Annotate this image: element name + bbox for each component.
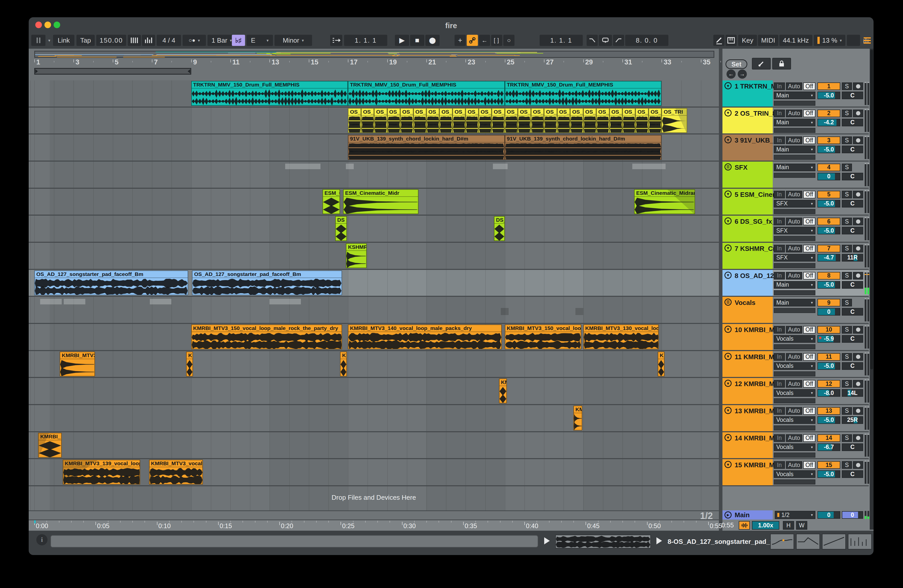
track-delay-field[interactable]	[774, 425, 815, 430]
volume-field[interactable]: -5.0	[817, 92, 840, 99]
audio-clip[interactable]: OS_T	[414, 108, 426, 133]
monitor-auto-button[interactable]: Auto	[786, 434, 802, 442]
volume-field[interactable]: -5.0	[817, 146, 840, 153]
audio-clip[interactable]: OS_T	[609, 108, 622, 133]
volume-field[interactable]: 0	[817, 173, 840, 180]
monitor-auto-button[interactable]: Auto	[786, 218, 802, 225]
monitor-off-button[interactable]: Off	[803, 407, 815, 415]
track-delay-field[interactable]	[774, 209, 815, 214]
beat-ruler[interactable]: 1357911131517192123252729313335	[29, 58, 719, 68]
track-color-block[interactable]: ▼1 TRKTRN_MM	[722, 80, 773, 107]
track-fold-icon[interactable]: ▼	[724, 136, 732, 143]
track-color-block[interactable]: ▼11 KMRBI_MT	[722, 351, 773, 377]
output-routing-menu[interactable]: Main▾	[774, 92, 815, 99]
monitor-off-button[interactable]: Off	[803, 434, 815, 442]
track-lane[interactable]: DSDS_	[29, 216, 719, 243]
track-fold-icon[interactable]: ▼	[724, 407, 732, 414]
track-lane[interactable]: KMRBI_MTV3_150_vocal_loop_male_rock_the_…	[29, 324, 719, 351]
audio-clip[interactable]: KMRBI_MTV3_	[60, 351, 95, 376]
track-arm-number[interactable]: 13	[817, 407, 840, 415]
menu-icon[interactable]	[863, 35, 872, 46]
audio-clip[interactable]: TRKTRN_MMV_150_Drum_Full_MEMPHIS	[505, 81, 662, 106]
monitor-in-button[interactable]: In	[774, 380, 785, 387]
device-thumbnail[interactable]	[770, 534, 794, 549]
audio-clip[interactable]: TRKTRN_MMV_150_Drum_Full_MEMPHIS	[348, 81, 505, 106]
monitor-auto-button[interactable]: Auto	[786, 191, 802, 198]
arrangement-overview[interactable]	[34, 51, 714, 58]
audio-clip[interactable]: OS_T	[479, 108, 492, 133]
track-arm-number[interactable]: 2	[817, 110, 840, 117]
monitor-off-button[interactable]: Off	[803, 218, 815, 225]
monitor-in-button[interactable]: In	[774, 218, 785, 225]
output-routing-menu[interactable]: SFX▾	[774, 200, 815, 207]
track-fold-icon[interactable]: ▼	[724, 217, 732, 224]
audio-clip[interactable]: OS_T	[387, 108, 400, 133]
solo-button[interactable]: S	[842, 272, 852, 279]
track-arm-number[interactable]: 6	[817, 218, 840, 225]
track-fold-icon[interactable]: ▼	[724, 82, 732, 89]
device-thumbnail[interactable]	[848, 534, 872, 549]
audio-clip[interactable]: OS_T	[348, 108, 361, 133]
audio-clip[interactable]: OS_AD_127_songstarter_pad_faceoff_Bm	[34, 270, 188, 295]
track-color-block[interactable]: ▼3 91V_UKB_139	[722, 135, 773, 161]
track-header[interactable]: ▼14 KMRBI_MTInAutoOffVocals▾14S-6.7C	[722, 432, 869, 459]
solo-button[interactable]: S	[842, 218, 852, 225]
loop-brace[interactable]	[34, 68, 191, 75]
pan-field[interactable]: C	[842, 335, 863, 343]
metronome-icon[interactable]	[142, 35, 155, 46]
back-to-arrangement-button[interactable]: ←	[479, 35, 490, 46]
pan-field[interactable]: C	[842, 119, 863, 126]
audio-clip[interactable]: OS_T	[622, 108, 636, 133]
audio-clip[interactable]: OS_T	[583, 108, 596, 133]
track-header[interactable]: ▼3 91V_UKB_139InAutoOffMain▾3S-5.0C	[722, 135, 869, 162]
audio-clip[interactable]: ESM_Cinematic_Midr	[343, 189, 418, 214]
audio-clip[interactable]: ESM_Cinematic_Midrang	[634, 189, 695, 214]
output-routing-menu[interactable]: SFX▾	[774, 254, 815, 262]
solo-button[interactable]: S	[842, 191, 852, 198]
play-button[interactable]: ▶	[395, 35, 409, 46]
track-color-block[interactable]: ▼13 KMRBI_MT	[722, 405, 773, 431]
cpu-load-meter[interactable]: 13 %▾	[814, 35, 845, 46]
device-thumbnail[interactable]	[796, 534, 820, 549]
track-header[interactable]: ▼11 KMRBI_MTInAutoOffVocals▾11S-5.0C	[722, 351, 869, 378]
track-color-block[interactable]: ▼2 OS_TRIN_808	[722, 108, 773, 134]
draw-mode-button[interactable]	[713, 35, 724, 46]
track-lane[interactable]: KSHMR	[29, 243, 719, 270]
pan-field[interactable]: C	[842, 308, 863, 315]
audio-clip[interactable]: KMRBI_MTV3_139_vocal_loop_	[63, 459, 140, 485]
output-routing-menu[interactable]: Vocals▾	[774, 416, 815, 424]
draw-region-icon[interactable]: [ ]	[491, 35, 502, 46]
track-lane[interactable]: TRKTRN_MMV_150_Drum_Full_MEMPHISTRKTRN_M…	[29, 80, 719, 108]
time-signature-field[interactable]: 4 / 4	[157, 35, 181, 46]
monitor-auto-button[interactable]: Auto	[786, 353, 802, 361]
main-track-color[interactable]: ▶ Main	[722, 510, 773, 519]
track-color-block[interactable]: ▼8 OS_AD_127_s	[722, 270, 773, 296]
track-header[interactable]: ▼2 OS_TRIN_808InAutoOffMain▾2S-4.2C	[722, 108, 869, 135]
track-delay-field[interactable]	[774, 101, 815, 106]
track-delay-field[interactable]	[774, 236, 815, 241]
track-header[interactable]: ▼10 KMRBI_MTInAutoOffVocals▾10S-5.9C	[722, 324, 869, 351]
track-lane[interactable]: KMRBI_MTV3_KKK	[29, 351, 719, 378]
track-arm-number[interactable]: 1	[817, 82, 840, 90]
volume-field[interactable]: -5.9	[817, 335, 840, 343]
audio-clip[interactable]: DS	[335, 216, 347, 241]
monitor-auto-button[interactable]: Auto	[786, 110, 802, 117]
track-delay-field[interactable]	[774, 155, 815, 160]
monitor-off-button[interactable]: Off	[803, 461, 815, 469]
audio-clip[interactable]: KMRBI_MTV3_140_vocal_loop_male_packs_dry	[348, 325, 502, 349]
track-lane[interactable]: OS_TOS_TOS_TOS_TOS_TOS_TOS_TOS_TOS_TOS_T…	[29, 108, 719, 135]
track-arm-number[interactable]: 12	[817, 380, 840, 387]
pan-field[interactable]: 11R	[842, 254, 863, 262]
record-arm-button[interactable]	[853, 110, 863, 117]
track-arm-number[interactable]: 9	[817, 299, 840, 306]
track-header[interactable]: ☰SFXMain▾4S0C	[722, 162, 869, 189]
monitor-off-button[interactable]: Off	[803, 110, 815, 117]
record-arm-button[interactable]	[853, 191, 863, 198]
monitor-in-button[interactable]: In	[774, 434, 785, 442]
lock-envelopes-icon[interactable]	[772, 58, 791, 69]
track-arm-number[interactable]: 4	[817, 164, 840, 171]
scale-name-menu[interactable]: Minor▾	[275, 35, 312, 46]
audio-clip[interactable]: OS_T	[557, 108, 570, 133]
main-pan-field[interactable]: 0	[842, 511, 863, 519]
track-arm-number[interactable]: 5	[817, 191, 840, 198]
